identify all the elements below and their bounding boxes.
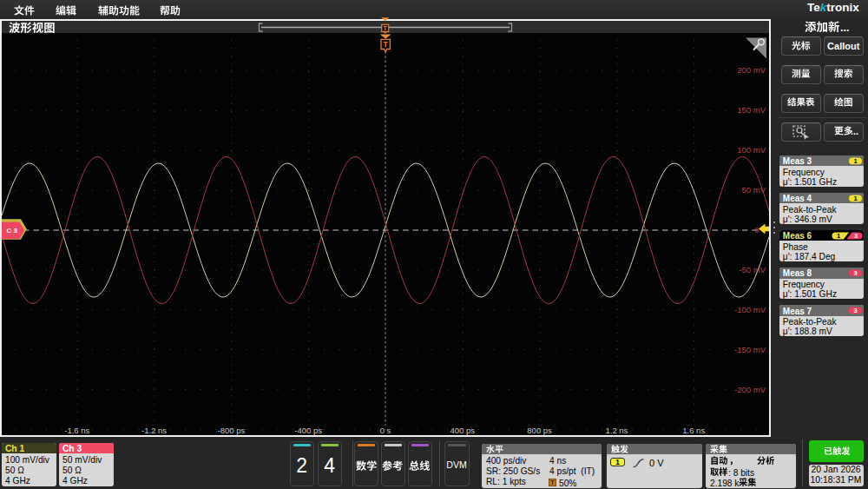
- svg-text:3: 3: [853, 269, 857, 277]
- svg-text:0: 0: [754, 225, 759, 235]
- svg-text:1: 1: [853, 157, 857, 165]
- svg-text:-150 mV: -150 mV: [734, 345, 766, 354]
- svg-text:0 s: 0 s: [380, 426, 391, 435]
- svg-text:-100 mV: -100 mV: [734, 305, 766, 314]
- svg-text:400 ps: 400 ps: [450, 426, 476, 435]
- svg-text:1: 1: [853, 195, 857, 202]
- svg-text:1: 1: [837, 232, 840, 240]
- svg-text:T: T: [550, 479, 555, 486]
- svg-text:-50 mV: -50 mV: [739, 265, 766, 274]
- svg-text:T: T: [384, 40, 389, 49]
- svg-text:T: T: [384, 25, 388, 31]
- svg-text:3: 3: [854, 232, 858, 240]
- svg-text:-1.6 ns: -1.6 ns: [64, 426, 89, 435]
- svg-text:800 ps: 800 ps: [527, 426, 552, 435]
- svg-text:-200 mV: -200 mV: [734, 385, 766, 394]
- svg-text:C 3: C 3: [7, 227, 18, 235]
- svg-text:-400 ps: -400 ps: [294, 426, 322, 435]
- svg-text:1.6 ns: 1.6 ns: [682, 426, 705, 435]
- svg-text:50 mV: 50 mV: [742, 185, 766, 195]
- svg-text:-800 ps: -800 ps: [218, 426, 246, 435]
- svg-text:150 mV: 150 mV: [737, 105, 766, 115]
- svg-text:3: 3: [853, 307, 857, 314]
- svg-text:200 mV: 200 mV: [737, 65, 766, 75]
- svg-text:1.2 ns: 1.2 ns: [605, 426, 628, 435]
- svg-text:100 mV: 100 mV: [737, 145, 766, 155]
- svg-text:-1.2 ns: -1.2 ns: [141, 426, 167, 435]
